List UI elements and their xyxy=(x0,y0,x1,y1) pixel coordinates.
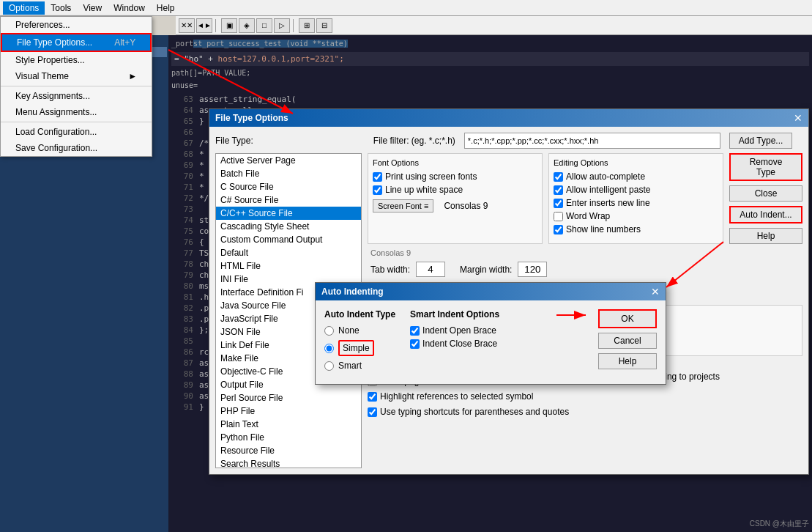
file-list-item-1[interactable]: Batch File xyxy=(216,167,361,180)
menubar: Options Tools View Window Help xyxy=(0,0,812,16)
radio-simple-label: Simple xyxy=(338,340,374,356)
file-list-item-8[interactable]: HTML File xyxy=(216,259,361,273)
menu-tools[interactable]: Tools xyxy=(45,1,77,15)
radio-smart[interactable] xyxy=(324,361,334,371)
auto-indent-type-section: Auto Indent Type None Simple Smart xyxy=(324,309,395,375)
line-up-white-space-row: Line up white space xyxy=(373,185,537,195)
menu-separator xyxy=(1,86,152,86)
menu-window[interactable]: Window xyxy=(108,1,151,15)
file-list-item-22[interactable]: Resource File xyxy=(216,444,361,457)
font-options-section: Font Options Print using screen fonts Li… xyxy=(368,153,543,244)
highlight-references-label: Highlight references to selected symbol xyxy=(380,391,533,402)
auto-indent-button[interactable]: Auto Indent... xyxy=(729,206,802,223)
add-type-button[interactable]: Add Type... xyxy=(729,133,793,149)
toolbar-btn-1[interactable]: ✕✕ xyxy=(179,18,195,33)
word-wrap-label: Word Wrap xyxy=(566,211,610,221)
highlight-references-cb[interactable] xyxy=(368,392,377,402)
file-list-item-3[interactable]: C# Source File xyxy=(216,193,361,207)
word-wrap-row: Word Wrap xyxy=(554,211,718,221)
menu-item-save-configuration[interactable]: Save Configuration... xyxy=(1,140,152,156)
dialog-auto-indenting: Auto Indenting ✕ Auto Indent Type None S… xyxy=(315,282,666,385)
dialog-fto-title: File Type Options ✕ xyxy=(209,109,808,127)
menu-item-key-assignments[interactable]: Key Assignments... xyxy=(1,88,152,104)
print-screen-fonts-cb[interactable] xyxy=(373,172,382,182)
file-type-filter-row: File Type: File filter: (eg. *.c;*.h) Ad… xyxy=(215,133,802,149)
file-list-item-23[interactable]: Search Results xyxy=(216,457,361,468)
show-line-numbers-row: Show line numbers xyxy=(554,224,718,234)
file-list-item-7[interactable]: Default xyxy=(216,246,361,259)
ai-help-button[interactable]: Help xyxy=(598,353,657,369)
use-typing-shortcuts-row: Use typing shortcuts for parentheses and… xyxy=(368,407,569,417)
code-path-line: path[]=PATH_VALUE; xyxy=(171,67,809,78)
file-list-item-21[interactable]: Python File xyxy=(216,431,361,444)
indent-open-brace-label: Indent Open Brace xyxy=(422,325,496,336)
file-list-item-6[interactable]: Custom Command Output xyxy=(216,233,361,246)
editing-options-section: Editing Options Allow auto-complete Allo… xyxy=(548,153,723,244)
show-line-numbers-label: Show line numbers xyxy=(566,224,641,234)
radio-simple-row: Simple xyxy=(324,340,395,356)
dialog-ai-body: Auto Indent Type None Simple Smart Smart… xyxy=(316,300,666,384)
radio-none[interactable] xyxy=(324,326,334,336)
file-list-item-20[interactable]: Plain Text xyxy=(216,418,361,431)
toolbar-btn-7[interactable]: ⊞ xyxy=(299,18,315,33)
use-typing-shortcuts-cb[interactable] xyxy=(368,407,377,417)
indent-open-brace-cb[interactable] xyxy=(410,326,420,336)
allow-intelligent-paste-cb[interactable] xyxy=(554,185,563,195)
help-button[interactable]: Help xyxy=(729,228,802,244)
file-list-item-2[interactable]: C Source File xyxy=(216,180,361,193)
allow-intelligent-paste-label: Allow intelligent paste xyxy=(566,185,650,195)
toolbar-btn-8[interactable]: ⊟ xyxy=(316,18,332,33)
allow-auto-complete-row: Allow auto-complete xyxy=(554,171,718,182)
show-line-numbers-cb[interactable] xyxy=(554,225,563,234)
menu-options[interactable]: Options xyxy=(3,1,45,15)
menu-view[interactable]: View xyxy=(77,1,108,15)
code-unused-line: unuse= xyxy=(171,80,809,91)
toolbar-btn-2[interactable]: ◄► xyxy=(196,18,212,33)
options-dropdown: Preferences... File Type Options... Alt+… xyxy=(0,16,152,157)
radio-smart-row: Smart xyxy=(324,361,395,371)
print-screen-fonts-label: Print using screen fonts xyxy=(385,171,477,182)
allow-auto-complete-label: Allow auto-complete xyxy=(566,171,645,182)
font-options-title: Font Options xyxy=(373,158,537,167)
dialog-fto-close[interactable]: ✕ xyxy=(794,112,802,124)
enter-inserts-new-line-cb[interactable] xyxy=(554,199,563,208)
code-line: 63 assert_string_equal( xyxy=(171,94,809,105)
allow-auto-complete-cb[interactable] xyxy=(554,172,563,182)
use-typing-shortcuts-label: Use typing shortcuts for parentheses and… xyxy=(380,407,569,417)
close-button[interactable]: Close xyxy=(729,185,802,202)
radio-simple[interactable] xyxy=(324,344,334,353)
file-filter-input[interactable] xyxy=(464,133,720,149)
menu-item-menu-assignments[interactable]: Menu Assignments... xyxy=(1,104,152,120)
tab-width-container: Tab width: xyxy=(370,262,445,277)
remove-type-button[interactable]: Remove Type xyxy=(729,153,802,181)
margin-width-input[interactable] xyxy=(518,262,547,277)
menu-item-visual-theme[interactable]: Visual Theme ► xyxy=(1,68,152,84)
dialog-ai-close[interactable]: ✕ xyxy=(651,286,660,298)
file-list-item-19[interactable]: PHP File xyxy=(216,404,361,418)
file-list-item-0[interactable]: Active Server Page xyxy=(216,154,361,167)
enter-inserts-new-line-label: Enter inserts new line xyxy=(566,198,650,208)
menu-item-style-properties[interactable]: Style Properties... xyxy=(1,52,152,68)
line-up-white-space-cb[interactable] xyxy=(373,185,382,195)
file-list-item-4[interactable]: C/C++ Source File xyxy=(216,207,361,220)
toolbar-btn-5[interactable]: □ xyxy=(256,18,272,33)
smart-indent-section: Smart Indent Options Indent Open Brace I… xyxy=(410,309,499,375)
menu-item-preferences[interactable]: Preferences... xyxy=(1,17,152,33)
toolbar-btn-3[interactable]: ▣ xyxy=(221,18,237,33)
indent-close-brace-cb[interactable] xyxy=(410,339,420,349)
ok-button[interactable]: OK xyxy=(598,309,657,328)
second-font-label: Consolas 9 xyxy=(368,248,802,257)
toolbar-btn-4[interactable]: ◈ xyxy=(239,18,255,33)
file-list-item-18[interactable]: Perl Source File xyxy=(216,391,361,404)
cancel-button[interactable]: Cancel xyxy=(598,333,657,349)
menu-item-file-type-options[interactable]: File Type Options... Alt+Y xyxy=(1,33,152,52)
toolbar-btn-6[interactable]: ▷ xyxy=(274,18,290,33)
menu-help[interactable]: Help xyxy=(151,1,181,15)
code-string-line: = "ho" + host=127.0.0.1,port=2321"; xyxy=(171,52,809,66)
word-wrap-cb[interactable] xyxy=(554,212,563,221)
tab-width-input[interactable] xyxy=(416,262,445,277)
menu-item-load-configuration[interactable]: Load Configuration... xyxy=(1,124,152,140)
ai-button-column: OK Cancel Help xyxy=(598,309,657,375)
file-list-item-5[interactable]: Cascading Style Sheet xyxy=(216,220,361,233)
screen-font-button[interactable]: Screen Font ≡ xyxy=(373,199,433,213)
